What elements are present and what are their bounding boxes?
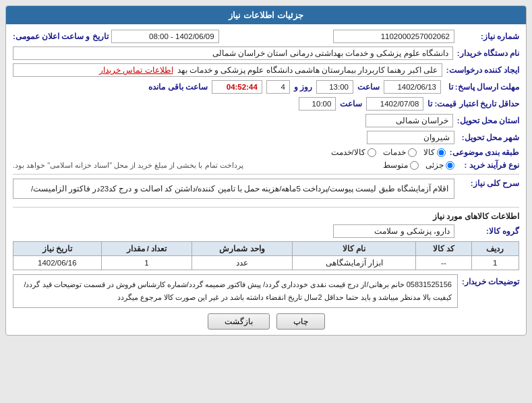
payment-note: پرداخت تمام با بخشی از مبلغ خرید از محل … (13, 161, 243, 170)
radio-khadamat[interactable] (408, 148, 417, 157)
created-by-label: ایجاد کننده درخواست: (446, 65, 519, 75)
table-header-row: ردیف کد کالا نام کالا واحد شمارش تعداد /… (13, 242, 519, 256)
tabaqe-label: طبقه بندی موضوعی: (450, 148, 519, 157)
th-name-kala: نام کالا (293, 242, 416, 256)
cell-tedad: 1 (101, 256, 191, 270)
mehlet-day: 4 (266, 80, 290, 94)
cell-tarikh-niaz: 1402/06/16 (13, 256, 102, 270)
th-radif: ردیف (471, 242, 519, 256)
dastgah-label: نام دستگاه خریدار: (457, 49, 519, 58)
shomare-niaz-value: 1102000257002062 (333, 30, 454, 43)
divider1 (13, 174, 519, 175)
ruz-label: روز و (294, 82, 312, 92)
header-title: جزئیات اطلاعات نیاز (229, 10, 303, 20)
divider2 (13, 207, 519, 208)
mehlet-countdown: 04:52:44 (212, 80, 262, 94)
cell-vahed: عدد (192, 256, 293, 270)
radio-jozyi-item[interactable]: جزئی (425, 160, 454, 170)
saaat-label: ساعت (357, 82, 380, 92)
card-header: جزئیات اطلاعات نیاز (6, 6, 526, 24)
saaat-label2: ساعت (340, 99, 362, 108)
tarikh-elan-label: تاریخ و ساعت اعلان عمومی: (13, 32, 109, 41)
th-kod-kala: کد کالا (416, 242, 471, 256)
cell-name-kala: ابزار آزمایشگاهی (293, 256, 416, 270)
row-dastgah: نام دستگاه خریدار: دانشگاه علوم پزشکی و … (13, 46, 519, 60)
row-created-by: ایجاد کننده درخواست: علی اکبر رهنما کارب… (13, 63, 519, 77)
btn-chap[interactable]: چاپ (276, 313, 325, 330)
radio-kala[interactable] (437, 148, 446, 157)
row-serh-koli: سرح کلی نیاز: اقلام آزمایشگاه طبق لیست پ… (13, 179, 519, 203)
main-card: جزئیات اطلاعات نیاز شماره نیاز: 11020002… (5, 5, 527, 336)
radio-khadamat-label: خدمات (383, 148, 406, 157)
card-body: شماره نیاز: 1102000257002062 1402/06/09 … (6, 24, 526, 335)
btn-baz-gasht[interactable]: بازگشت (208, 313, 270, 330)
table-row: 1 -- ابزار آزمایشگاهی عدد 1 1402/06/16 (13, 256, 519, 270)
ostan-label: استان محل تحویل: (457, 116, 519, 125)
mehlet-label: مهلت ارسال پاسخ: تا (445, 82, 519, 92)
deadline-date: 1402/07/08 (366, 97, 423, 111)
btn-row: چاپ بازگشت (13, 313, 519, 330)
info-kala-title: اطلاعات کالاهای مورد نیاز (13, 212, 519, 221)
row-tabaqe: طبقه بندی موضوعی: کالا خدمات کالا/خدمت (13, 148, 519, 157)
tarikh-elan-row: 1402/06/09 - 08:00 تاریخ و ساعت اعلان عم… (13, 30, 219, 43)
radio-kala-khadamat-label: کالا/خدمت (331, 148, 365, 157)
row-group-kala: گروه کالا: دارو، پزشکی و سلامت (13, 224, 519, 238)
row-deadline: حداقل تاریخ اعتبار قیمت: تا 1402/07/08 س… (13, 97, 519, 111)
shahr-label: شهر محل تحویل: (459, 133, 519, 142)
tabaqe-radio-group: کالا خدمات کالا/خدمت (331, 148, 446, 157)
mehlet-time: 13:00 (316, 80, 353, 94)
serh-koli-label: سرح کلی نیاز: (459, 179, 519, 188)
row-noue-farayand: نوع فرآیند خرید : جزئی متوسط پرداخت تمام… (13, 160, 519, 170)
shomare-niaz-label: شماره نیاز: (459, 32, 519, 41)
created-by-text: علی اکبر رهنما کاربردار بیمارستان هاشمی … (177, 65, 438, 75)
tarikh-elan-value: 1402/06/09 - 08:00 (111, 30, 219, 43)
radio-kala-item[interactable]: کالا (423, 148, 446, 157)
th-tarikh-niaz: تاریخ نیاز (13, 242, 102, 256)
radio-jozyi-label: جزئی (425, 160, 444, 170)
serh-koli-value: اقلام آزمایشگاه طبق لیست پیوست/پرداخت 5م… (13, 179, 454, 199)
created-by-value: علی اکبر رهنما کاربردار بیمارستان هاشمی … (13, 63, 442, 77)
deadline-time: 10:00 (299, 97, 336, 111)
baqimande-label: ساعت باقی مانده (148, 82, 207, 92)
radio-kala-khadamat[interactable] (367, 148, 376, 157)
th-tedad: تعداد / مقدار (101, 242, 191, 256)
radio-motevaset-item[interactable]: متوسط (383, 160, 419, 170)
noue-farayand-label: نوع فرآیند خرید : (459, 160, 519, 170)
table-head: ردیف کد کالا نام کالا واحد شمارش تعداد /… (13, 242, 519, 256)
dastgah-value: دانشگاه علوم پزشکی و خدمات بهداشتی درمان… (13, 46, 453, 60)
farayand-radio-group: جزئی متوسط (383, 160, 454, 170)
th-vahed: واحد شمارش (192, 242, 293, 256)
notes-row: توضیحات خریدار: 05831525156 خانم برهانی/… (13, 274, 519, 307)
mehlet-date: 1402/06/13 (384, 80, 441, 94)
contact-link[interactable]: اطلاعات تماس خریدار (99, 65, 173, 75)
row-mehlet: مهلت ارسال پاسخ: تا 1402/06/13 ساعت 13:0… (13, 80, 519, 94)
cell-kod-kala: -- (416, 256, 471, 270)
radio-kala-label: کالا (423, 148, 435, 157)
radio-motevaset[interactable] (410, 161, 419, 170)
shahr-value: شیروان (367, 131, 454, 144)
notes-label: توضیحات خریدار: (462, 274, 519, 286)
group-kala-value: دارو، پزشکی و سلامت (333, 224, 454, 238)
radio-kala-khadamat-item[interactable]: کالا/خدمت (331, 148, 376, 157)
items-table: ردیف کد کالا نام کالا واحد شمارش تعداد /… (13, 241, 519, 270)
row-shahr: شهر محل تحویل: شیروان (13, 131, 519, 144)
notes-value: 05831525156 خانم برهانی/از درج قیمت نقدی… (13, 274, 458, 307)
radio-khadamat-item[interactable]: خدمات (383, 148, 417, 157)
row-shomare-niaz: شماره نیاز: 1102000257002062 1402/06/09 … (13, 30, 519, 43)
radio-jozyi[interactable] (446, 161, 454, 170)
cell-radif: 1 (471, 256, 519, 270)
radio-motevaset-label: متوسط (383, 160, 408, 170)
row-ostan: استان محل تحویل: خراسان شمالی (13, 114, 519, 127)
table-body: 1 -- ابزار آزمایشگاهی عدد 1 1402/06/16 (13, 256, 519, 270)
page-wrapper: جزئیات اطلاعات نیاز شماره نیاز: 11020002… (0, 0, 532, 403)
group-kala-label: گروه کالا: (459, 226, 519, 236)
ostan-value: خراسان شمالی (365, 114, 453, 127)
deadline-label: حداقل تاریخ اعتبار قیمت: تا (427, 99, 519, 108)
